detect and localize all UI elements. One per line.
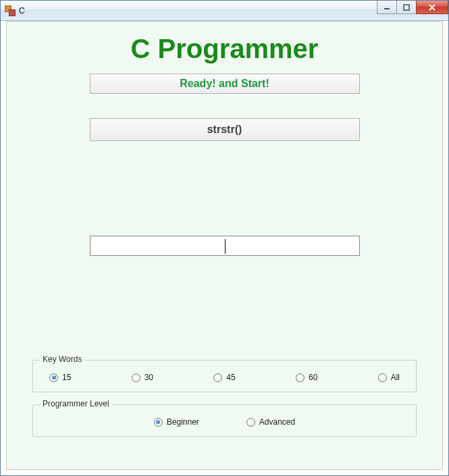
keywords-radio-row: 15 30 45 60 [45,370,404,385]
status-text: Ready! and Start! [180,78,269,90]
app-window: C C Programmer Ready! and Start! strstr(… [0,0,449,476]
keyword-display: strstr() [90,118,360,141]
maximize-icon [403,4,410,11]
radio-label: All [391,373,400,382]
minimize-icon [384,4,390,11]
radio-icon [154,418,163,427]
radio-label: 60 [309,373,317,382]
minimize-button[interactable] [377,1,397,14]
radio-icon [132,373,140,382]
app-icon [5,5,16,16]
level-legend: Programmer Level [40,399,112,408]
maximize-button[interactable] [396,1,417,14]
radio-label: Beginner [167,417,199,427]
level-option-advanced[interactable]: Advanced [246,417,295,427]
keywords-option-all[interactable]: All [378,373,400,382]
radio-icon [296,373,305,382]
level-option-beginner[interactable]: Beginner [154,417,199,427]
close-button[interactable] [416,1,448,14]
window-title: C [19,6,25,16]
radio-icon [49,373,58,382]
window-controls [377,1,448,14]
status-box: Ready! and Start! [90,74,360,94]
keywords-option-60[interactable]: 60 [296,373,317,382]
keywords-groupbox: Key Words 15 30 45 [32,360,417,392]
keywords-option-45[interactable]: 45 [213,373,235,382]
keywords-option-30[interactable]: 30 [132,373,153,382]
radio-label: 15 [62,373,71,382]
level-radio-row: Beginner Advanced [45,415,404,429]
answer-input-container [90,236,360,256]
client-area: C Programmer Ready! and Start! strstr() … [6,21,443,470]
radio-label: 30 [144,373,153,382]
radio-icon [213,373,222,382]
radio-label: 45 [226,373,235,382]
titlebar[interactable]: C [1,1,448,21]
radio-label: Advanced [259,417,295,427]
close-icon [428,4,436,11]
keywords-legend: Key Words [40,354,84,364]
svg-rect-1 [404,5,409,10]
text-caret [225,239,226,254]
keywords-option-15[interactable]: 15 [49,373,71,382]
radio-icon [378,373,387,382]
options-area: Key Words 15 30 45 [32,360,417,449]
radio-icon [246,418,255,427]
level-groupbox: Programmer Level Beginner Advanced [32,404,417,437]
keyword-text: strstr() [207,124,242,136]
svg-rect-0 [384,8,390,9]
app-title: C Programmer [27,34,422,64]
